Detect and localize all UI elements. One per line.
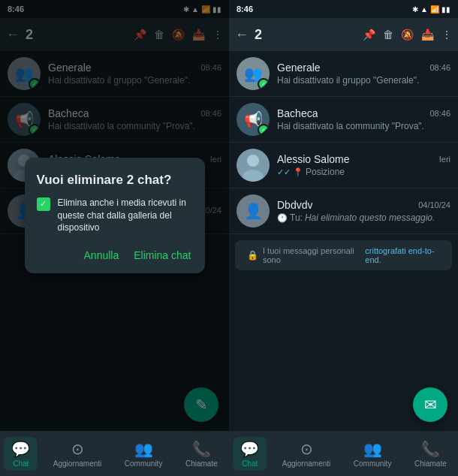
info-text-right: I tuoi messaggi personali sono bbox=[263, 246, 360, 264]
double-check-icon-right: ✓✓ bbox=[277, 167, 291, 177]
avatar-generale-right: 👥 ✓ bbox=[237, 57, 270, 90]
calls-nav-icon-left: 📞 bbox=[192, 440, 211, 458]
chat-list-right: 👥 ✓ Generale 08:46 Hai disattivato il gr… bbox=[229, 51, 458, 431]
status-icons-right: ✱ ▲ 📶 ▮▮ bbox=[412, 5, 450, 14]
nav-community-right[interactable]: 👥 Community bbox=[346, 437, 399, 471]
chat-item-alessio-right[interactable]: Alessio Salome Ieri ✓✓ 📍 Posizione bbox=[229, 143, 458, 188]
avatar-badge-bacheca-right: ✓ bbox=[258, 124, 270, 136]
status-time-right: 8:46 bbox=[237, 5, 253, 14]
chat-item-dbdvdv-right[interactable]: 👤 Dbdvdv 04/10/24 🕐 Tu: Hai eliminato qu… bbox=[229, 188, 458, 234]
wifi-icon-right: 📶 bbox=[430, 5, 439, 14]
calls-nav-icon-right: 📞 bbox=[421, 440, 440, 458]
chat-nav-icon-right: 💬 bbox=[240, 440, 259, 458]
location-icon-right: 📍 bbox=[293, 167, 303, 177]
chat-time-generale-right: 08:46 bbox=[429, 63, 450, 72]
updates-nav-label-right: Aggiornamenti bbox=[282, 459, 330, 468]
modal-overlay: Vuoi eliminare 2 chat? ✓ Elimina anche i… bbox=[0, 0, 229, 431]
nav-aggiornamenti-right[interactable]: ⊙ Aggiornamenti bbox=[275, 437, 338, 471]
clock-icon-right: 🕐 bbox=[277, 213, 288, 223]
chat-nav-label-left: Chat bbox=[13, 459, 29, 468]
pin-icon-right[interactable]: 📌 bbox=[363, 29, 375, 41]
chat-preview-dbdvdv-right: Hai eliminato questo messaggio. bbox=[305, 212, 435, 223]
chat-preview-generale-right: Hai disattivato il gruppo "Generale". bbox=[277, 75, 419, 86]
updates-nav-icon-left: ⊙ bbox=[71, 440, 84, 458]
modal-title: Vuoi eliminare 2 chat? bbox=[37, 173, 193, 188]
updates-nav-icon-right: ⊙ bbox=[300, 440, 313, 458]
trash-icon-right[interactable]: 🗑 bbox=[383, 29, 393, 41]
chat-content-dbdvdv-right: Dbdvdv 04/10/24 🕐 Tu: Hai eliminato ques… bbox=[277, 199, 450, 223]
community-nav-icon-left: 👥 bbox=[134, 440, 153, 458]
nav-chat-left[interactable]: 💬 Chat bbox=[4, 437, 38, 471]
nav-chiamate-left[interactable]: 📞 Chiamate bbox=[178, 437, 225, 471]
battery-icon-right: ▮▮ bbox=[441, 5, 450, 14]
chat-item-generale-right[interactable]: 👥 ✓ Generale 08:46 Hai disattivato il gr… bbox=[229, 51, 458, 97]
chat-nav-label-right: Chat bbox=[242, 459, 258, 468]
nav-community-left[interactable]: 👥 Community bbox=[117, 437, 170, 471]
community-nav-label-left: Community bbox=[125, 459, 163, 468]
svg-point-4 bbox=[247, 155, 259, 167]
person-icon-right: 👤 bbox=[244, 202, 263, 220]
community-nav-label-right: Community bbox=[354, 459, 392, 468]
info-bar-right: 🔒 I tuoi messaggi personali sono crittog… bbox=[235, 240, 452, 270]
modal-checkbox[interactable]: ✓ bbox=[37, 197, 50, 211]
nav-chat-right[interactable]: 💬 Chat bbox=[233, 437, 267, 471]
chat-content-bacheca-right: Bacheca 08:46 Hai disattivato la communi… bbox=[277, 107, 450, 131]
modal-checkbox-row: ✓ Elimina anche i media ricevuti in ques… bbox=[37, 197, 193, 234]
community-nav-icon-right: 👥 bbox=[363, 440, 382, 458]
chat-name-generale-right: Generale bbox=[277, 62, 321, 74]
chat-time-alessio-right: Ieri bbox=[439, 155, 450, 164]
back-button-right[interactable]: ← bbox=[235, 27, 249, 43]
status-bar-right: 8:46 ✱ ▲ 📶 ▮▮ bbox=[229, 0, 458, 18]
chat-time-dbdvdv-right: 04/10/24 bbox=[418, 200, 450, 209]
nav-chiamate-right[interactable]: 📞 Chiamate bbox=[407, 437, 454, 471]
fab-right[interactable]: ✉ bbox=[413, 387, 447, 422]
signal-icon-right: ▲ bbox=[420, 5, 428, 14]
chat-content-alessio-right: Alessio Salome Ieri ✓✓ 📍 Posizione bbox=[277, 153, 450, 177]
lock-icon-right: 🔒 bbox=[247, 250, 258, 261]
info-link-right[interactable]: crittografati end-to-end. bbox=[365, 246, 440, 264]
cancel-button[interactable]: Annulla bbox=[83, 246, 121, 264]
chat-content-generale-right: Generale 08:46 Hai disattivato il gruppo… bbox=[277, 62, 450, 86]
left-phone: 8:46 ✱ ▲ 📶 ▮▮ ← 2 📌 🗑 🔕 📥 ⋮ 👥 ✓ bbox=[0, 0, 229, 476]
bottom-nav-left: 💬 Chat ⊙ Aggiornamenti 👥 Community 📞 Chi… bbox=[0, 431, 229, 476]
chat-name-alessio-right: Alessio Salome bbox=[277, 153, 350, 165]
updates-nav-label-left: Aggiornamenti bbox=[53, 459, 101, 468]
avatar-bacheca-right: 📢 ✓ bbox=[237, 103, 270, 136]
header-icons-right: 📌 🗑 🔕 📥 ⋮ bbox=[363, 29, 452, 41]
selection-count-right: 2 bbox=[255, 27, 262, 43]
chat-preview-bacheca-right: Hai disattivato la community "Prova". bbox=[277, 121, 424, 131]
nav-aggiornamenti-left[interactable]: ⊙ Aggiornamenti bbox=[46, 437, 109, 471]
more-icon-right[interactable]: ⋮ bbox=[441, 29, 452, 41]
delete-button[interactable]: Elimina chat bbox=[132, 246, 192, 264]
avatar-badge-generale-right: ✓ bbox=[258, 78, 270, 90]
archive-icon-right[interactable]: 📥 bbox=[421, 29, 434, 41]
delete-modal: Vuoi eliminare 2 chat? ✓ Elimina anche i… bbox=[25, 158, 205, 273]
chat-item-bacheca-right[interactable]: 📢 ✓ Bacheca 08:46 Hai disattivato la com… bbox=[229, 97, 458, 143]
calls-nav-label-right: Chiamate bbox=[414, 459, 447, 468]
bluetooth-icon-right: ✱ bbox=[412, 5, 418, 14]
modal-actions: Annulla Elimina chat bbox=[37, 246, 193, 264]
chat-name-bacheca-right: Bacheca bbox=[277, 107, 318, 119]
chat-preview-dbdvdv-prefix: Tu: bbox=[290, 212, 303, 223]
mute-icon-right[interactable]: 🔕 bbox=[401, 29, 414, 41]
checkbox-check-icon: ✓ bbox=[40, 199, 47, 209]
chat-preview-alessio-right: Posizione bbox=[306, 167, 345, 177]
chat-nav-icon-left: 💬 bbox=[11, 440, 30, 458]
avatar-dbdvdv-right: 👤 bbox=[237, 194, 270, 227]
modal-checkbox-label: Elimina anche i media ricevuti in queste… bbox=[58, 197, 193, 234]
fab-icon-right: ✉ bbox=[424, 396, 437, 414]
chat-time-bacheca-right: 08:46 bbox=[429, 109, 450, 118]
header-right: ← 2 📌 🗑 🔕 📥 ⋮ bbox=[229, 18, 458, 51]
bottom-nav-right: 💬 Chat ⊙ Aggiornamenti 👥 Community 📞 Chi… bbox=[229, 431, 458, 476]
avatar-alessio-right bbox=[237, 149, 270, 182]
right-phone: 8:46 ✱ ▲ 📶 ▮▮ ← 2 📌 🗑 🔕 📥 ⋮ 👥 ✓ bbox=[229, 0, 458, 476]
chat-name-dbdvdv-right: Dbdvdv bbox=[277, 199, 312, 211]
calls-nav-label-left: Chiamate bbox=[185, 459, 218, 468]
